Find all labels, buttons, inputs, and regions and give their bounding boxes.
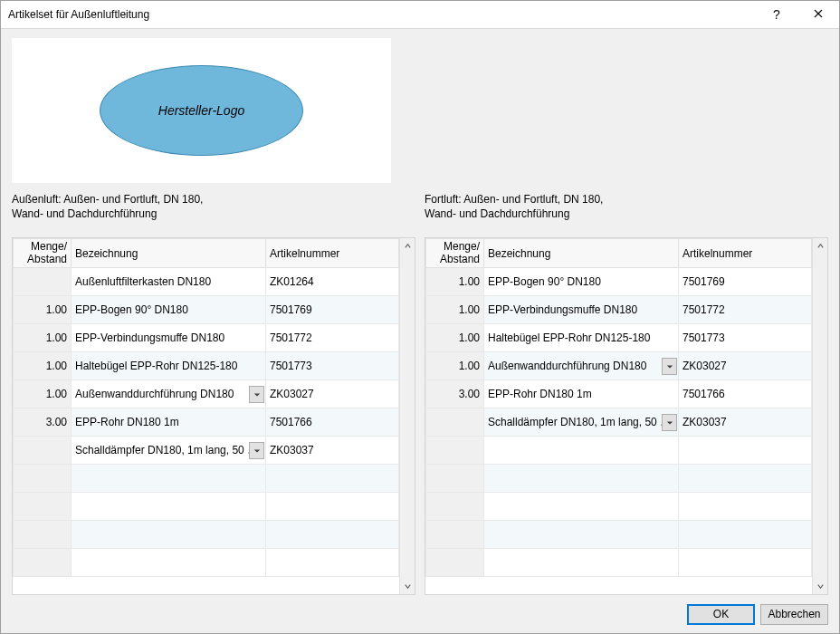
cell-bezeichnung[interactable]: [484, 549, 679, 577]
left-header-art[interactable]: Artikelnummer: [266, 239, 399, 268]
right-grid[interactable]: Menge/ Abstand Bezeichnung Artikelnummer…: [425, 238, 812, 594]
right-scrollbar[interactable]: [812, 238, 827, 594]
table-row[interactable]: [14, 493, 399, 521]
table-row[interactable]: [426, 465, 812, 493]
cell-artikelnummer[interactable]: [266, 521, 399, 549]
cell-bezeichnung[interactable]: [72, 549, 266, 577]
scroll-down-button[interactable]: [400, 579, 415, 594]
cell-menge[interactable]: 1.00: [14, 352, 72, 380]
cell-artikelnummer[interactable]: 7501773: [266, 352, 399, 380]
cell-bezeichnung[interactable]: [484, 437, 679, 465]
right-header-menge[interactable]: Menge/ Abstand: [426, 239, 484, 268]
cell-menge[interactable]: [14, 268, 72, 296]
close-button[interactable]: [797, 1, 839, 29]
cancel-button[interactable]: Abbrechen: [760, 604, 828, 625]
cell-artikelnummer[interactable]: 7501766: [266, 408, 399, 437]
cell-bezeichnung[interactable]: Außenwanddurchführung DN180: [484, 352, 679, 380]
left-grid[interactable]: Menge/ Abstand Bezeichnung Artikelnummer…: [13, 238, 399, 594]
cell-menge[interactable]: 1.00: [426, 324, 484, 352]
cell-artikelnummer[interactable]: ZK03037: [266, 437, 399, 465]
cell-bezeichnung[interactable]: [72, 465, 266, 493]
cell-menge[interactable]: 1.00: [14, 324, 72, 352]
scroll-track[interactable]: [813, 254, 827, 579]
left-header-menge[interactable]: Menge/ Abstand: [14, 239, 72, 268]
cell-bezeichnung[interactable]: Schalldämpfer DN180, 1m lang, 50 mm ...: [484, 408, 679, 437]
table-row[interactable]: [14, 521, 399, 549]
cell-menge[interactable]: 1.00: [14, 380, 72, 408]
cell-menge[interactable]: [14, 549, 72, 577]
table-row[interactable]: 1.00Haltebügel EPP-Rohr DN125-1807501773: [426, 324, 812, 352]
cell-bezeichnung[interactable]: [72, 493, 266, 521]
table-row[interactable]: 1.00Außenwanddurchführung DN180ZK03027: [426, 352, 812, 380]
right-header-art[interactable]: Artikelnummer: [679, 239, 812, 268]
left-scrollbar[interactable]: [399, 238, 415, 594]
cell-menge[interactable]: 3.00: [14, 408, 72, 437]
cell-artikelnummer[interactable]: [679, 465, 812, 493]
cell-bezeichnung[interactable]: EPP-Verbindungsmuffe DN180: [484, 296, 679, 324]
table-row[interactable]: 3.00EPP-Rohr DN180 1m7501766: [14, 408, 399, 437]
cell-menge[interactable]: [14, 493, 72, 521]
table-row[interactable]: Außenluftfilterkasten DN180ZK01264: [14, 268, 399, 296]
cell-artikelnummer[interactable]: ZK03027: [679, 352, 812, 380]
table-row[interactable]: 3.00EPP-Rohr DN180 1m7501766: [426, 380, 812, 408]
cell-bezeichnung[interactable]: Schalldämpfer DN180, 1m lang, 50 mm ...: [72, 437, 266, 465]
cell-artikelnummer[interactable]: [266, 493, 399, 521]
cell-bezeichnung[interactable]: [484, 493, 679, 521]
table-row[interactable]: 1.00EPP-Verbindungsmuffe DN1807501772: [14, 324, 399, 352]
cell-artikelnummer[interactable]: [679, 521, 812, 549]
cell-menge[interactable]: [14, 521, 72, 549]
scroll-down-button[interactable]: [813, 579, 827, 594]
table-row[interactable]: [426, 493, 812, 521]
table-row[interactable]: 1.00EPP-Verbindungsmuffe DN1807501772: [426, 296, 812, 324]
cell-bezeichnung[interactable]: EPP-Verbindungsmuffe DN180: [72, 324, 266, 352]
cell-artikelnummer[interactable]: [266, 465, 399, 493]
help-button[interactable]: ?: [756, 1, 797, 29]
table-row[interactable]: 1.00EPP-Bogen 90° DN1807501769: [426, 268, 812, 296]
cell-bezeichnung[interactable]: EPP-Rohr DN180 1m: [72, 408, 266, 437]
cell-menge[interactable]: 1.00: [426, 268, 484, 296]
cell-menge[interactable]: 1.00: [426, 352, 484, 380]
cell-artikelnummer[interactable]: ZK01264: [266, 268, 399, 296]
table-row[interactable]: 1.00Außenwanddurchführung DN180ZK03027: [14, 380, 399, 408]
cell-bezeichnung[interactable]: Außenwanddurchführung DN180: [72, 380, 266, 408]
cell-menge[interactable]: 3.00: [426, 380, 484, 408]
cell-artikelnummer[interactable]: 7501772: [679, 296, 812, 324]
table-row[interactable]: [426, 549, 812, 577]
cell-menge[interactable]: [14, 465, 72, 493]
table-row[interactable]: Schalldämpfer DN180, 1m lang, 50 mm ...Z…: [426, 408, 812, 437]
scroll-up-button[interactable]: [400, 238, 415, 254]
ok-button[interactable]: OK: [687, 604, 755, 625]
cell-artikelnummer[interactable]: [266, 549, 399, 577]
cell-menge[interactable]: [426, 437, 484, 465]
cell-menge[interactable]: [426, 521, 484, 549]
cell-artikelnummer[interactable]: 7501769: [679, 268, 812, 296]
cell-menge[interactable]: [426, 549, 484, 577]
cell-artikelnummer[interactable]: 7501769: [266, 296, 399, 324]
cell-menge[interactable]: [426, 408, 484, 437]
cell-artikelnummer[interactable]: [679, 549, 812, 577]
table-row[interactable]: [14, 465, 399, 493]
dropdown-button[interactable]: [662, 358, 677, 375]
cell-menge[interactable]: [14, 437, 72, 465]
right-header-bez[interactable]: Bezeichnung: [484, 239, 679, 268]
dropdown-button[interactable]: [249, 386, 264, 403]
cell-artikelnummer[interactable]: 7501772: [266, 324, 399, 352]
scroll-track[interactable]: [400, 254, 415, 579]
cell-bezeichnung[interactable]: Haltebügel EPP-Rohr DN125-180: [72, 352, 266, 380]
dropdown-button[interactable]: [662, 414, 677, 431]
table-row[interactable]: 1.00Haltebügel EPP-Rohr DN125-1807501773: [14, 352, 399, 380]
cell-bezeichnung[interactable]: EPP-Bogen 90° DN180: [72, 296, 266, 324]
cell-bezeichnung[interactable]: Außenluftfilterkasten DN180: [72, 268, 266, 296]
cell-menge[interactable]: [426, 493, 484, 521]
cell-menge[interactable]: [426, 465, 484, 493]
table-row[interactable]: [14, 549, 399, 577]
table-row[interactable]: [426, 437, 812, 465]
cell-artikelnummer[interactable]: 7501773: [679, 324, 812, 352]
left-header-bez[interactable]: Bezeichnung: [72, 239, 266, 268]
cell-bezeichnung[interactable]: [72, 521, 266, 549]
cell-bezeichnung[interactable]: [484, 521, 679, 549]
table-row[interactable]: [426, 521, 812, 549]
dropdown-button[interactable]: [249, 442, 264, 459]
cell-artikelnummer[interactable]: ZK03027: [266, 380, 399, 408]
scroll-up-button[interactable]: [813, 238, 827, 254]
